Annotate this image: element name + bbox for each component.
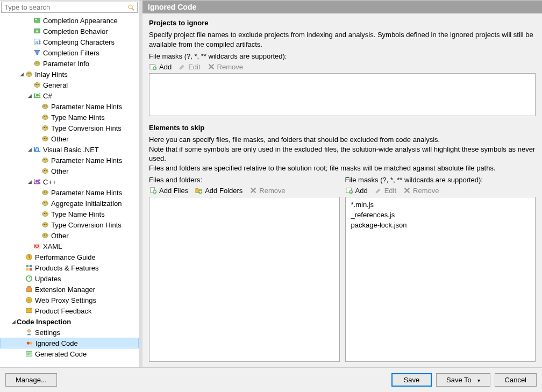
tree-item[interactable]: Parameter Name Hints [0,101,139,112]
hint-icon [41,102,49,111]
svg-point-63 [26,276,32,282]
tree-item[interactable]: Parameter Info [0,58,139,69]
add-files-button[interactable]: Add Files [149,186,188,195]
list-item[interactable]: package-lock.json [348,220,533,230]
svg-point-36 [42,169,48,174]
projects-masks-label: File masks (?, *, ** wildcards are suppo… [149,52,536,60]
ext-icon [25,285,33,294]
files-folders-label: Files and folders: [149,176,340,184]
behavior-icon [33,27,41,35]
svg-point-9 [35,62,37,63]
masks-edit-button: Edit [374,186,396,195]
chevron-down-icon[interactable]: ◢ [26,92,33,99]
tree-item[interactable]: General [0,80,139,90]
hint-icon [33,81,41,89]
tree-item[interactable]: Completion Filters [0,47,139,58]
svg-rect-59 [26,265,28,267]
list-item[interactable]: *.min.js [348,199,533,210]
content-header: Ignored Code [142,1,542,13]
tree-item[interactable]: Extension Manager [0,284,139,295]
tree-item[interactable]: Aggregate Initialization [0,198,139,209]
chevron-down-icon[interactable]: ◢ [26,179,33,185]
tree-item[interactable]: Completion Appearance [0,15,139,26]
elements-desc: Here you can specify files, file masks, … [149,135,536,173]
svg-point-42 [44,191,45,193]
sidebar: Completion AppearanceCompletion Behavior… [0,1,139,367]
bottom-bar: Manage... Save Save To Cancel [0,367,542,392]
tree-item[interactable]: Type Conversion Hints [0,219,139,230]
tree-item[interactable]: ◢C#C# [0,90,139,101]
add-file-icon [149,186,158,195]
tree-item[interactable]: Other [0,133,139,144]
tree-item[interactable]: Updates [0,273,139,284]
tree-item[interactable]: ◢Code Inspection [0,316,139,327]
tree-item-label: Other [51,167,69,175]
tree-item[interactable]: Type Name Hints [0,112,139,123]
tree-item[interactable]: Other [0,166,139,176]
svg-point-5 [36,30,38,32]
svg-point-29 [44,138,45,139]
tree-item[interactable]: ◢Inlay Hints [0,69,139,80]
svg-point-51 [44,224,45,225]
proxy-icon [25,296,33,304]
tree-item[interactable]: Other [0,230,139,241]
tree-item[interactable]: Type Name Hints [0,209,139,219]
generated-icon [25,350,33,358]
search-icon[interactable] [127,3,136,12]
tree-item[interactable]: Type Conversion Hints [0,123,139,133]
tree-item[interactable]: Web Proxy Settings [0,295,139,305]
save-button[interactable]: Save [391,373,432,387]
tree-item[interactable]: Parameter Name Hints [0,187,139,198]
svg-point-33 [42,158,48,163]
tree-item[interactable]: Completion Behavior [0,26,139,37]
tree-item-label: Performance Guide [35,253,96,261]
tree-item[interactable]: Parameter Name Hints [0,155,139,166]
tree-item[interactable]: Generated Code [0,348,139,359]
list-item[interactable]: _references.js [348,210,533,220]
file-masks-listbox[interactable]: *.min.js_references.jspackage-lock.json [345,197,536,362]
chevron-down-icon[interactable]: ◢ [26,146,33,153]
projects-listbox[interactable] [149,73,536,116]
tree-item-label: Visual Basic .NET [43,146,99,154]
svg-point-16 [38,84,39,85]
projects-add-button[interactable]: Add [149,62,172,71]
settings-tree[interactable]: Completion AppearanceCompletion Behavior… [0,14,139,367]
svg-point-52 [46,224,47,225]
tree-item[interactable]: ◢VBVisual Basic .NET [0,144,139,155]
masks-add-button[interactable]: Add [345,186,368,195]
svg-point-25 [42,126,48,131]
hint-icon [41,156,49,165]
search-box[interactable] [1,2,138,13]
chevron-down-icon[interactable]: ◢ [18,71,25,77]
ignored-icon [25,339,34,347]
tree-item-label: Parameter Info [43,60,89,68]
tree-item[interactable]: Product Feedback [0,305,139,316]
hint-icon [41,134,49,143]
cpp-icon: C++ [33,177,41,186]
svg-point-28 [42,137,48,141]
characters-icon: ab [33,38,41,46]
tree-item[interactable]: XMLXAML [0,241,139,252]
tree-item[interactable]: Settings [0,327,139,338]
save-to-button[interactable]: Save To [436,373,490,387]
svg-point-70 [30,341,32,344]
tree-item-label: Type Name Hints [51,210,105,218]
manage-button[interactable]: Manage... [5,373,57,387]
chevron-down-icon[interactable]: ◢ [10,318,17,325]
svg-point-0 [129,5,132,9]
tree-item[interactable]: ◢C++C++ [0,176,139,187]
files-folders-listbox[interactable] [149,197,340,362]
tree-item[interactable]: abCompleting Characters [0,37,139,47]
tree-item[interactable]: Ignored Code [0,338,139,348]
svg-point-14 [34,83,40,88]
svg-point-68 [27,330,30,332]
add-folders-button[interactable]: Add Folders [195,186,243,195]
tree-item[interactable]: Performance Guide [0,252,139,262]
cancel-button[interactable]: Cancel [495,373,537,387]
edit-icon [178,62,187,71]
svg-point-11 [26,72,32,77]
search-input[interactable] [2,2,127,12]
svg-point-43 [46,191,47,193]
hint-icon [41,231,49,240]
tree-item[interactable]: Products & Features [0,262,139,273]
